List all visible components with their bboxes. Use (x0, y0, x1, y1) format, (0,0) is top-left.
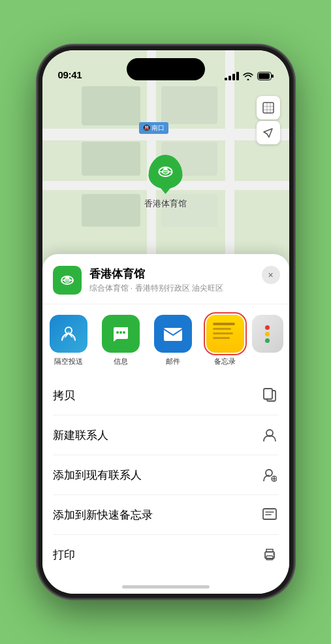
action-copy-label: 拷贝 (53, 388, 75, 403)
mail-label: 邮件 (166, 357, 180, 366)
map-type-button[interactable] (257, 96, 280, 120)
action-add-note[interactable]: 添加到新快速备忘录 (53, 495, 279, 535)
svg-rect-7 (263, 103, 274, 113)
stadium-svg-icon (157, 163, 175, 181)
svg-rect-6 (164, 168, 168, 170)
status-icons (225, 72, 274, 80)
svg-rect-24 (263, 509, 276, 519)
airdrop-icon (59, 324, 78, 344)
messages-icon (111, 325, 131, 343)
bottom-sheet: 香港体育馆 综合体育馆 · 香港特别行政区 油尖旺区 × (42, 254, 289, 594)
svg-rect-18 (264, 389, 272, 399)
phone-frame: 09:41 (39, 46, 293, 598)
venue-name: 香港体育馆 (89, 266, 279, 282)
messages-icon-bg (102, 315, 140, 353)
share-item-messages[interactable]: 信息 (95, 315, 147, 366)
svg-point-15 (123, 331, 125, 334)
notes-icon-bg (206, 315, 244, 353)
action-list: 拷贝 新建联系人 (42, 376, 289, 574)
share-item-mail[interactable]: 邮件 (147, 315, 199, 366)
more-dots-bg (252, 315, 283, 353)
svg-point-14 (119, 331, 122, 334)
svg-rect-11 (65, 277, 69, 280)
status-time: 09:41 (58, 69, 82, 80)
svg-point-13 (116, 331, 119, 334)
wifi-icon (243, 72, 253, 80)
share-icons-row: 隔空投送 信息 (42, 304, 289, 376)
venue-header: 香港体育馆 综合体育馆 · 香港特别行政区 油尖旺区 × (42, 254, 289, 304)
close-button[interactable]: × (262, 266, 280, 284)
signal-icon (225, 72, 239, 80)
mail-icon-bg (154, 315, 192, 353)
notes-label: 备忘录 (214, 357, 236, 366)
action-print-label: 打印 (53, 547, 75, 562)
venue-logo-icon (59, 272, 76, 289)
svg-rect-2 (259, 73, 270, 79)
messages-label: 信息 (114, 357, 128, 366)
map-controls (257, 96, 280, 144)
stadium-label: 香港体育馆 (144, 198, 187, 210)
map-icon (262, 101, 275, 114)
airdrop-icon-bg (50, 315, 87, 353)
share-item-more[interactable] (251, 315, 284, 366)
add-contact-icon (260, 466, 279, 484)
home-indicator (122, 585, 210, 588)
location-arrow-icon (262, 127, 274, 138)
venue-info: 香港体育馆 综合体育馆 · 香港特别行政区 油尖旺区 (89, 266, 279, 294)
dynamic-island (127, 58, 205, 80)
action-new-contact-label: 新建联系人 (53, 428, 108, 443)
share-item-airdrop[interactable]: 隔空投送 (42, 315, 95, 366)
action-add-note-label: 添加到新快速备忘录 (53, 507, 153, 523)
svg-point-29 (273, 553, 274, 555)
share-item-notes[interactable]: 备忘录 (199, 315, 251, 366)
copy-icon (260, 386, 279, 404)
venue-logo (53, 266, 82, 295)
action-new-contact[interactable]: 新建联系人 (53, 415, 279, 455)
battery-icon (257, 72, 274, 80)
map-label-tag: 🚇 南口 (139, 122, 168, 134)
stadium-marker: 香港体育馆 (144, 155, 187, 210)
new-contact-icon (260, 426, 279, 444)
add-note-icon (260, 506, 279, 524)
venue-subtitle: 综合体育馆 · 香港特别行政区 油尖旺区 (89, 283, 279, 294)
action-print[interactable]: 打印 (53, 535, 279, 574)
svg-rect-1 (272, 74, 274, 78)
airdrop-label: 隔空投送 (54, 357, 83, 366)
action-copy[interactable]: 拷贝 (53, 376, 279, 415)
action-add-contact[interactable]: 添加到现有联系人 (53, 455, 279, 495)
print-icon (260, 545, 279, 564)
mail-icon (163, 325, 183, 342)
location-button[interactable] (257, 121, 280, 144)
action-add-contact-label: 添加到现有联系人 (53, 468, 142, 483)
stadium-pin (149, 155, 183, 189)
svg-rect-28 (266, 556, 273, 560)
phone-screen: 09:41 (42, 50, 289, 594)
